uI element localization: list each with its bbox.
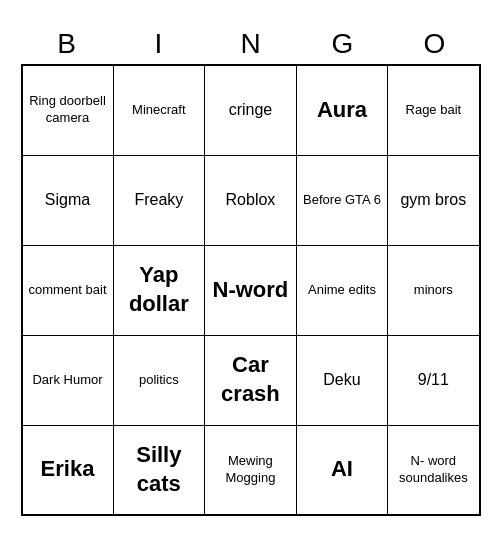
cell-r2-c1[interactable]: Yap dollar	[113, 245, 205, 335]
cell-r4-c0[interactable]: Erika	[22, 425, 114, 515]
bingo-header: B I N G O	[21, 28, 481, 60]
cell-r2-c2[interactable]: N-word	[205, 245, 297, 335]
cell-r3-c2[interactable]: Car crash	[205, 335, 297, 425]
cell-r3-c0[interactable]: Dark Humor	[22, 335, 114, 425]
cell-r1-c3[interactable]: Before GTA 6	[296, 155, 387, 245]
cell-r1-c0[interactable]: Sigma	[22, 155, 114, 245]
cell-r0-c3[interactable]: Aura	[296, 65, 387, 155]
cell-r2-c0[interactable]: comment bait	[22, 245, 114, 335]
letter-o: O	[391, 28, 479, 60]
cell-r3-c4[interactable]: 9/11	[388, 335, 480, 425]
bingo-grid: Ring doorbell cameraMinecraftcringeAuraR…	[21, 64, 481, 516]
bingo-container: B I N G O Ring doorbell cameraMinecraftc…	[11, 18, 491, 526]
cell-r0-c0[interactable]: Ring doorbell camera	[22, 65, 114, 155]
cell-r2-c4[interactable]: minors	[388, 245, 480, 335]
cell-r0-c1[interactable]: Minecraft	[113, 65, 205, 155]
cell-r4-c3[interactable]: AI	[296, 425, 387, 515]
cell-r1-c4[interactable]: gym bros	[388, 155, 480, 245]
cell-r3-c3[interactable]: Deku	[296, 335, 387, 425]
cell-r2-c3[interactable]: Anime edits	[296, 245, 387, 335]
cell-r0-c4[interactable]: Rage bait	[388, 65, 480, 155]
cell-r4-c1[interactable]: Silly cats	[113, 425, 205, 515]
cell-r3-c1[interactable]: politics	[113, 335, 205, 425]
letter-g: G	[299, 28, 387, 60]
cell-r4-c2[interactable]: Mewing Mogging	[205, 425, 297, 515]
letter-b: B	[23, 28, 111, 60]
letter-i: I	[115, 28, 203, 60]
cell-r1-c1[interactable]: Freaky	[113, 155, 205, 245]
cell-r0-c2[interactable]: cringe	[205, 65, 297, 155]
cell-r4-c4[interactable]: N- word soundalikes	[388, 425, 480, 515]
letter-n: N	[207, 28, 295, 60]
cell-r1-c2[interactable]: Roblox	[205, 155, 297, 245]
